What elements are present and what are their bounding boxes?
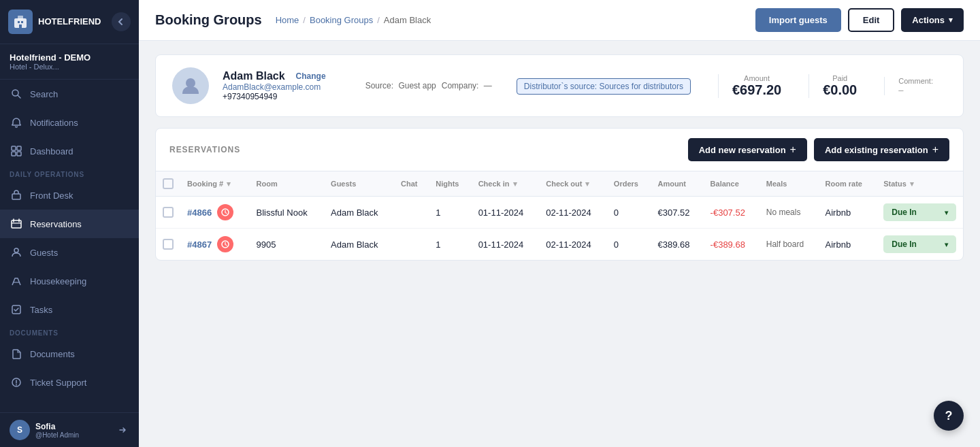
reservations-label: Reservations — [30, 219, 82, 229]
col-balance: Balance — [704, 171, 760, 197]
row-checkbox-1[interactable] — [163, 239, 174, 250]
timer-icon-1 — [217, 236, 233, 252]
change-guest-button[interactable]: Change — [296, 71, 326, 81]
amount-cell-1: €389.68 — [651, 229, 703, 261]
status-chevron-icon-0: ▾ — [945, 209, 948, 216]
table-header-row: Booking # ▾ Room Guests Chat Nights Chec… — [156, 171, 963, 197]
select-all-checkbox[interactable] — [163, 178, 174, 189]
chat-cell-1 — [394, 229, 429, 261]
col-status: Status ▾ — [877, 171, 963, 197]
status-badge-0[interactable]: Due In ▾ — [883, 203, 956, 221]
edit-button[interactable]: Edit — [848, 8, 895, 32]
help-button[interactable]: ? — [934, 401, 964, 431]
guests-label: Guests — [30, 248, 58, 258]
breadcrumb-home[interactable]: Home — [276, 15, 299, 25]
user-name: Sofia — [35, 422, 110, 431]
actions-button[interactable]: Actions ▾ — [901, 8, 964, 32]
status-cell-1: Due In ▾ — [877, 229, 963, 261]
user-role: @Hotel Admin — [35, 431, 110, 439]
logo-icon — [8, 10, 33, 34]
guest-avatar — [172, 67, 209, 104]
amount-value: €697.20 — [732, 82, 781, 98]
dashboard-label: Dashboard — [30, 146, 74, 156]
svg-rect-10 — [17, 152, 21, 156]
content-area: Adam Black Change AdamBlack@example.com … — [139, 41, 980, 447]
booking-link-0[interactable]: #4866 — [187, 208, 212, 218]
ticket-support-label: Ticket Support — [30, 378, 86, 388]
sidebar-nav: Search Notifications Dashboard DAILY OPE… — [0, 80, 139, 412]
status-badge-1[interactable]: Due In ▾ — [883, 235, 956, 253]
sort-check-in-icon: ▾ — [513, 180, 517, 188]
sidebar-item-guests[interactable]: Guests — [0, 238, 139, 267]
sidebar-item-notifications[interactable]: Notifications — [0, 108, 139, 137]
distributor-badge-area: Distributor`s source: Sources for distri… — [517, 81, 691, 91]
meals-cell-1: Half board — [760, 229, 819, 261]
chat-cell-0 — [394, 197, 429, 229]
sidebar-toggle-button[interactable] — [112, 12, 131, 31]
col-amount: Amount — [651, 171, 703, 197]
room-rate-cell-0: Airbnb — [819, 197, 877, 229]
amount-label: Amount — [732, 74, 781, 82]
paid-value: €0.00 — [823, 82, 857, 98]
comment-label: Comment: — [898, 77, 933, 85]
guest-cell-0: Adam Black — [324, 197, 394, 229]
row-checkbox-0[interactable] — [163, 207, 174, 218]
svg-rect-9 — [12, 152, 16, 156]
sidebar-item-front-desk[interactable]: Front Desk — [0, 181, 139, 210]
sort-status-icon: ▾ — [910, 180, 914, 188]
room-cell-1: 9905 — [250, 229, 325, 261]
check-out-cell-0: 02-11-2024 — [539, 197, 607, 229]
status-text-0: Due In — [892, 208, 917, 217]
reservations-header: RESERVATIONS Add new reservation + Add e… — [156, 129, 963, 171]
sidebar-item-search[interactable]: Search — [0, 80, 139, 108]
status-text-1: Due In — [892, 239, 917, 249]
reservations-header-buttons: Add new reservation + Add existing reser… — [688, 138, 949, 161]
booking-link-1[interactable]: #4867 — [187, 239, 212, 250]
col-room-rate: Room rate — [819, 171, 877, 197]
company-label: Company: — — [442, 81, 492, 90]
col-nights: Nights — [429, 171, 471, 197]
check-in-cell-0: 01-11-2024 — [472, 197, 540, 229]
paid-stat: Paid €0.00 — [808, 74, 870, 98]
ticket-support-icon — [10, 376, 23, 389]
table-row: #4866 Blissful Nook Adam Black 1 01-11-2… — [156, 197, 963, 229]
import-guests-button[interactable]: Import guests — [755, 8, 841, 32]
hotel-name: Hotelfriend - DEMO — [10, 52, 129, 63]
sidebar-item-reservations[interactable]: Reservations — [0, 210, 139, 238]
room-cell-0: Blissful Nook — [250, 197, 325, 229]
breadcrumb-booking-groups[interactable]: Booking Groups — [310, 15, 373, 25]
svg-rect-4 — [19, 24, 22, 28]
source-area: Source: Guest app Company: — — [365, 81, 492, 90]
svg-rect-12 — [12, 220, 21, 228]
notifications-icon — [10, 116, 23, 129]
col-room: Room — [250, 171, 325, 197]
front-desk-label: Front Desk — [30, 191, 74, 201]
add-new-reservation-button[interactable]: Add new reservation + — [688, 138, 807, 161]
search-icon — [10, 87, 23, 101]
svg-rect-7 — [12, 146, 16, 150]
plus-icon-new: + — [790, 144, 796, 156]
svg-rect-3 — [21, 21, 23, 23]
sidebar-item-dashboard[interactable]: Dashboard — [0, 137, 139, 165]
breadcrumb: Home / Booking Groups / Adam Black — [276, 15, 431, 25]
sidebar-item-tasks[interactable]: Tasks — [0, 295, 139, 324]
documents-label: Documents — [30, 349, 75, 359]
sidebar-item-housekeeping[interactable]: Housekeeping — [0, 267, 139, 295]
sidebar-item-documents[interactable]: Documents — [0, 340, 139, 368]
reservations-icon — [10, 217, 23, 231]
chevron-down-icon: ▾ — [949, 16, 953, 24]
guest-phone: +97340954949 — [223, 92, 352, 101]
add-existing-reservation-button[interactable]: Add existing reservation + — [814, 138, 949, 161]
share-icon[interactable] — [116, 423, 129, 437]
tasks-label: Tasks — [30, 305, 52, 315]
guest-email: AdamBlack@example.com — [223, 82, 352, 92]
sidebar-item-ticket-support[interactable]: Ticket Support — [0, 368, 139, 397]
nights-cell-0: 1 — [429, 197, 471, 229]
notifications-label: Notifications — [30, 118, 78, 128]
svg-line-6 — [18, 95, 20, 98]
status-cell-0: Due In ▾ — [877, 197, 963, 229]
sidebar-logo-area: HOTELFRIEND — [0, 0, 139, 44]
amount-stat: Amount €697.20 — [718, 74, 795, 98]
user-info: Sofia @Hotel Admin — [35, 422, 110, 439]
housekeeping-icon — [10, 274, 23, 288]
